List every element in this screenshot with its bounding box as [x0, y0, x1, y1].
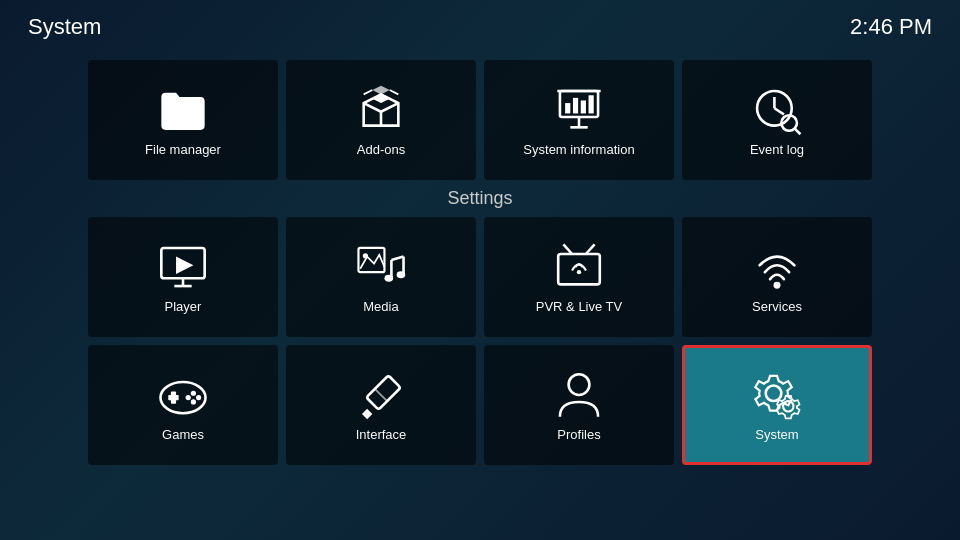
svg-point-37: [191, 399, 196, 404]
wifi-icon: [751, 241, 803, 293]
tile-label-media: Media: [363, 299, 398, 314]
gamepad-icon: [157, 369, 209, 421]
svg-rect-27: [558, 254, 600, 284]
gear-icon: [751, 369, 803, 421]
svg-point-25: [384, 274, 393, 281]
svg-point-31: [774, 281, 781, 288]
clock-search-icon: [751, 84, 803, 136]
tile-interface[interactable]: Interface: [286, 345, 476, 465]
media-icon: [355, 241, 407, 293]
tile-services[interactable]: Services: [682, 217, 872, 337]
svg-line-29: [586, 244, 595, 254]
tile-system[interactable]: System: [682, 345, 872, 465]
settings-row-1: Player Media: [80, 217, 880, 337]
tile-label-games: Games: [162, 427, 204, 442]
svg-marker-40: [362, 408, 372, 418]
tile-label-services: Services: [752, 299, 802, 314]
folder-icon: [157, 84, 209, 136]
svg-point-43: [766, 385, 782, 401]
tile-label-system-information: System information: [523, 142, 634, 157]
svg-rect-6: [581, 100, 586, 113]
svg-rect-39: [366, 375, 400, 409]
tile-system-information[interactable]: System information: [484, 60, 674, 180]
person-icon: [553, 369, 605, 421]
svg-line-15: [794, 128, 800, 134]
svg-rect-7: [589, 95, 594, 113]
tile-add-ons[interactable]: Add-ons: [286, 60, 476, 180]
tile-label-system: System: [755, 427, 798, 442]
tile-label-event-log: Event log: [750, 142, 804, 157]
svg-point-30: [577, 270, 581, 274]
svg-marker-17: [176, 256, 193, 273]
svg-point-35: [191, 390, 196, 395]
pencil-icon: [355, 369, 407, 421]
tile-label-player: Player: [165, 299, 202, 314]
svg-line-23: [391, 256, 403, 259]
settings-label: Settings: [80, 188, 880, 209]
tile-file-manager[interactable]: File manager: [88, 60, 278, 180]
presentation-icon: [553, 84, 605, 136]
app-title: System: [28, 14, 101, 40]
player-icon: [157, 241, 209, 293]
tile-label-add-ons: Add-ons: [357, 142, 405, 157]
settings-row-2: Games Interface Profiles: [80, 345, 880, 465]
tile-label-file-manager: File manager: [145, 142, 221, 157]
svg-point-26: [397, 271, 406, 278]
svg-line-28: [563, 244, 572, 254]
svg-point-38: [186, 395, 191, 400]
top-row: File manager Add-ons: [80, 60, 880, 180]
svg-rect-4: [565, 103, 570, 113]
tile-label-pvr-live-tv: PVR & Live TV: [536, 299, 622, 314]
main-content: File manager Add-ons: [0, 55, 960, 540]
svg-point-21: [363, 253, 368, 258]
tile-label-profiles: Profiles: [557, 427, 600, 442]
svg-rect-34: [171, 391, 176, 403]
tile-player[interactable]: Player: [88, 217, 278, 337]
tile-pvr-live-tv[interactable]: PVR & Live TV: [484, 217, 674, 337]
svg-line-1: [364, 90, 373, 94]
header: System 2:46 PM: [0, 0, 960, 54]
svg-line-41: [374, 388, 388, 402]
tile-profiles[interactable]: Profiles: [484, 345, 674, 465]
svg-line-2: [390, 90, 399, 94]
box-icon: [355, 84, 407, 136]
svg-point-42: [569, 374, 590, 395]
svg-rect-5: [573, 97, 578, 113]
tv-icon: [553, 241, 605, 293]
tile-games[interactable]: Games: [88, 345, 278, 465]
tile-label-interface: Interface: [356, 427, 407, 442]
svg-line-13: [774, 108, 784, 114]
clock: 2:46 PM: [850, 14, 932, 40]
tile-media[interactable]: Media: [286, 217, 476, 337]
svg-point-36: [196, 395, 201, 400]
tile-event-log[interactable]: Event log: [682, 60, 872, 180]
